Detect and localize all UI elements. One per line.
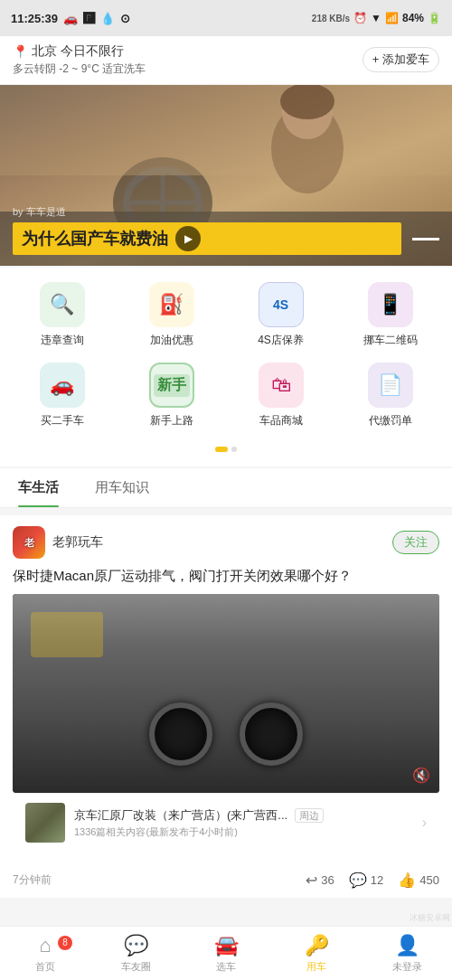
fine-icon-bg: 📄 [368, 363, 413, 408]
icon-newdriver[interactable]: 新手 新手上路 [123, 363, 219, 429]
icons-row-2: 🚗 买二手车 新手 新手上路 🛍 车品商城 📄 代缴罚单 [7, 363, 445, 429]
weather-info: 多云转阴 -2 ~ 9°C 适宜洗车 [13, 61, 146, 77]
top-bar: 📍 北京 今日不限行 多云转阴 -2 ~ 9°C 适宜洗车 + 添加爱车 [0, 36, 452, 85]
usedcar-label: 买二手车 [41, 413, 84, 429]
icons-section: 🔍 违章查询 ⛽ 加油优惠 4S 4S店保养 📱 挪车二维码 🚗 [0, 268, 452, 466]
shop-icon-bg: 🛍 [259, 363, 304, 408]
article-image[interactable]: 🔇 [13, 594, 439, 793]
status-wifi-icon: 📶 [385, 12, 399, 24]
service-label: 4S店保养 [258, 333, 304, 348]
usedcar-icon: 🚗 [50, 373, 74, 397]
nav-friends[interactable]: 💬 车友圈 [90, 934, 181, 974]
use-label: 用车 [306, 960, 326, 974]
share-icon: ↩ [306, 872, 317, 889]
friends-label: 车友圈 [121, 960, 151, 974]
status-circle-icon: ⊙ [120, 12, 130, 25]
share-action[interactable]: ↩ 36 [306, 872, 334, 889]
author-info: 老 老郭玩车 [13, 526, 103, 559]
icon-fine[interactable]: 📄 代缴罚单 [342, 363, 438, 429]
follow-label: 关注 [404, 535, 428, 549]
icon-qrcode[interactable]: 📱 挪车二维码 [342, 282, 438, 348]
banner-decoration-line [412, 238, 439, 240]
violation-icon: 🔍 [50, 293, 74, 316]
dot-1 [215, 447, 228, 452]
service-icon: 4S [273, 297, 288, 312]
status-data: 218 KB/s [312, 14, 350, 24]
tab-carlife-label: 车生活 [18, 479, 59, 495]
icon-shop[interactable]: 🛍 车品商城 [232, 363, 328, 429]
nav-select[interactable]: 🚘 选车 [181, 934, 271, 974]
like-count: 450 [419, 873, 439, 887]
car-yellow-accent [31, 612, 103, 657]
fine-icon: 📄 [378, 373, 402, 397]
nav-profile[interactable]: 👤 未登录 [362, 934, 452, 974]
exhaust-pipe-left [149, 702, 212, 766]
qrcode-icon-bg: 📱 [368, 282, 413, 327]
icon-fuel[interactable]: ⛽ 加油优惠 [123, 282, 219, 348]
usedcar-icon-bg: 🚗 [40, 363, 85, 408]
svg-rect-5 [0, 85, 452, 175]
like-action[interactable]: 👍 450 [398, 872, 439, 889]
related-thumbnail [25, 803, 65, 843]
nav-home[interactable]: ⌂ 8 首页 [0, 934, 90, 974]
fine-label: 代缴罚单 [369, 413, 412, 429]
select-icon: 🚘 [214, 934, 239, 957]
article-time: 7分钟前 [13, 872, 52, 888]
related-meta: 1336篇相关内容(最新发布于4小时前) [74, 825, 413, 839]
newdriver-label: 新手上路 [150, 413, 193, 429]
fuel-icon-bg: ⛽ [149, 282, 194, 327]
banner[interactable]: by 车车是道 为什么国产车就费油 ▶ [0, 85, 452, 266]
comment-count: 12 [371, 873, 383, 887]
like-icon: 👍 [398, 872, 416, 889]
shop-icon: 🛍 [271, 373, 291, 397]
banner-overlay: by 车车是道 为什么国产车就费油 ▶ [0, 196, 452, 266]
service-icon-bg: 4S [259, 282, 304, 327]
bottom-nav: ⌂ 8 首页 💬 车友圈 🚘 选车 🔑 用车 👤 未登录 [0, 926, 452, 980]
image-content [13, 594, 439, 793]
tab-carknowledge[interactable]: 用车知识 [77, 468, 167, 507]
banner-title: 为什么国产车就费油 [22, 228, 168, 250]
nav-use[interactable]: 🔑 用车 [271, 934, 362, 974]
status-signal-icon: ▼ [371, 12, 381, 24]
author-avatar: 老 [13, 526, 45, 559]
avatar-text: 老 [24, 536, 34, 550]
author-row: 老 老郭玩车 关注 [13, 526, 439, 559]
add-car-label: + 添加爱车 [372, 52, 429, 68]
status-car2-icon: 🅿 [83, 12, 95, 25]
icon-violation[interactable]: 🔍 违章查询 [14, 282, 109, 348]
status-battery-icon: 🔋 [428, 12, 441, 24]
related-title: 京车汇原厂改装（来广营店）(来广营西... 周边 [74, 807, 413, 824]
banner-yellow-bar: 为什么国产车就费油 ▶ [13, 222, 401, 255]
article-card: 老 老郭玩车 关注 保时捷Macan原厂运动排气，阀门打开关闭效果哪个好？ 🔇 [0, 515, 452, 862]
location-info: 📍 北京 今日不限行 多云转阴 -2 ~ 9°C 适宜洗车 [13, 43, 146, 77]
follow-button[interactable]: 关注 [392, 531, 439, 554]
page-indicator [7, 443, 445, 459]
violation-label: 违章查询 [41, 333, 84, 348]
fuel-label: 加油优惠 [150, 333, 193, 348]
tab-carlife[interactable]: 车生活 [0, 468, 77, 507]
home-icon: ⌂ [39, 934, 51, 957]
add-car-button[interactable]: + 添加爱车 [363, 47, 439, 72]
location-icon: 📍 [13, 44, 28, 59]
article-title: 保时捷Macan原厂运动排气，阀门打开关闭效果哪个好？ [13, 566, 439, 585]
dot-2 [231, 447, 237, 452]
fuel-icon: ⛽ [159, 293, 184, 316]
status-time: 11:25:39 [11, 12, 58, 25]
status-bar: 11:25:39 🚗 🅿 💧 ⊙ 218 KB/s ⏰ ▼ 📶 84% 🔋 [0, 0, 452, 36]
icon-service[interactable]: 4S 4S店保养 [232, 282, 328, 348]
exhaust-pipes [149, 702, 303, 766]
footer-actions: ↩ 36 💬 12 👍 450 [306, 872, 439, 889]
violation-icon-bg: 🔍 [40, 282, 85, 327]
select-label: 选车 [216, 960, 236, 974]
tab-carknowledge-label: 用车知识 [95, 479, 149, 495]
use-icon: 🔑 [305, 934, 329, 957]
profile-label: 未登录 [392, 960, 422, 974]
related-tag: 周边 [295, 808, 324, 823]
icon-usedcar[interactable]: 🚗 买二手车 [14, 363, 109, 429]
volume-icon[interactable]: 🔇 [412, 767, 430, 784]
play-button[interactable]: ▶ [175, 226, 201, 251]
related-bar[interactable]: 京车汇原厂改装（来广营店）(来广营西... 周边 1336篇相关内容(最新发布于… [13, 793, 439, 852]
comment-action[interactable]: 💬 12 [349, 872, 383, 889]
qrcode-label: 挪车二维码 [363, 333, 418, 348]
banner-title-row: 为什么国产车就费油 ▶ [13, 222, 439, 255]
